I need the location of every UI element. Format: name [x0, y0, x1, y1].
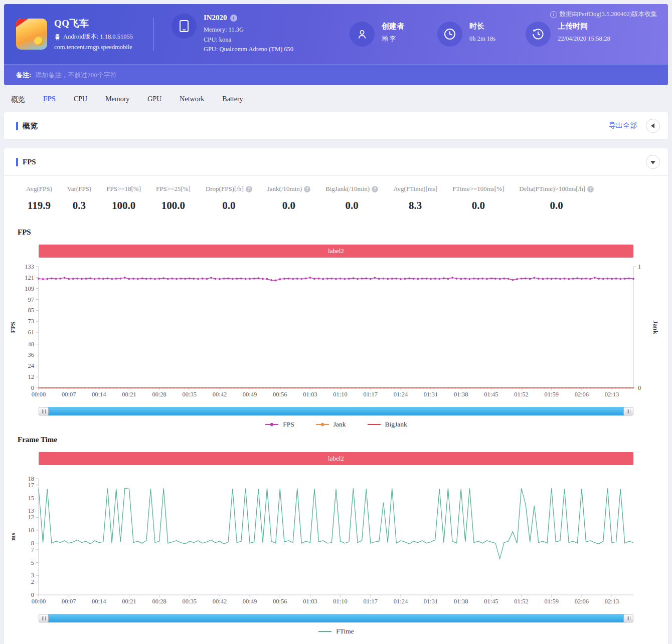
series-FPS-point	[275, 280, 277, 282]
x-tick-label: 00:21	[122, 598, 136, 605]
stat-label: Var(FPS)	[67, 185, 91, 193]
scrollbar-track[interactable]	[48, 407, 624, 415]
series-FPS-point	[611, 278, 613, 280]
x-tick-label: 00:14	[92, 598, 106, 605]
device-gpu: GPU: Qualcomm Adreno (TM) 650	[204, 45, 293, 54]
report-header: i 数据由PerfDog(3.5.200402)版本收集 QQ飞车 Androi…	[4, 4, 668, 64]
series-FPS-point	[421, 278, 423, 280]
series-FPS-point	[434, 278, 436, 280]
legend-item-BigJank[interactable]: BigJank	[367, 420, 407, 428]
scrollbar-right-handle[interactable]	[623, 407, 633, 415]
legend-item-Jank[interactable]: Jank	[315, 420, 346, 428]
upload-label: 上传时间	[558, 22, 610, 31]
scrollbar-track[interactable]	[48, 614, 624, 622]
series-FPS-point	[180, 278, 182, 280]
remark-input[interactable]	[35, 71, 286, 79]
stat-value: 0.0	[325, 198, 378, 213]
series-FPS-point	[447, 278, 449, 280]
help-icon[interactable]: ?	[246, 186, 252, 192]
scrollbar-left-handle[interactable]	[39, 614, 49, 622]
help-icon[interactable]: ?	[304, 186, 310, 192]
series-FPS-point	[357, 278, 359, 280]
x-tick-label: 00:42	[213, 391, 227, 398]
series-FPS-point	[365, 278, 367, 280]
series-FPS-point	[598, 278, 600, 280]
android-version: Android版本: 1.18.0.51055	[63, 33, 133, 41]
tab-overview[interactable]: 概览	[11, 95, 25, 104]
clock-icon	[437, 22, 462, 47]
ftime-chart-svg[interactable]: 02357810121315171800:0000:0700:1400:2100…	[4, 466, 668, 608]
series-FPS-point	[521, 278, 523, 280]
series-FPS-point	[38, 278, 40, 280]
y-tick-label: 2	[31, 578, 34, 585]
export-all-link[interactable]: 导出全部	[609, 121, 637, 130]
series-FPS-point	[486, 278, 488, 280]
series-FPS-point	[589, 278, 591, 280]
series-FPS-point	[64, 277, 66, 279]
legend-label: Jank	[333, 420, 346, 428]
series-FPS-point	[137, 278, 139, 280]
series-FPS-point	[46, 278, 48, 280]
series-FPS-point	[171, 278, 173, 280]
stat-Var(FPS): Var(FPS)0.3	[67, 185, 91, 213]
series-FPS-point	[309, 277, 311, 279]
scrollbar-left-handle[interactable]	[39, 407, 49, 415]
y-tick-label: 7	[31, 546, 34, 553]
x-tick-label: 01:31	[424, 598, 438, 605]
section-accent-bar	[16, 158, 18, 166]
stat-value: 0.0	[267, 198, 310, 213]
scrollbar-right-handle[interactable]	[623, 614, 633, 622]
x-tick-label: 02:13	[605, 391, 619, 398]
y-tick-label: 36	[28, 351, 35, 358]
series-FPS-point	[430, 278, 432, 280]
tab-battery[interactable]: Battery	[222, 95, 243, 104]
x-tick-label: 01:10	[333, 598, 347, 605]
series-FPS-point	[197, 278, 199, 280]
tab-network[interactable]: Network	[180, 95, 204, 104]
duration-value: 0h 2m 18s	[469, 34, 495, 44]
series-FPS-point	[602, 278, 604, 280]
ftime-chart-label-banner: label2	[39, 452, 633, 465]
stat-value: 0.3	[67, 198, 91, 213]
series-FPS-point	[318, 278, 320, 280]
device-block: IN2020 i Memory: 11.3G CPU: kona GPU: Qu…	[172, 14, 293, 54]
series-FPS-point	[85, 278, 87, 280]
series-FPS-point	[59, 278, 61, 280]
fps-chart[interactable]: 012243648617385971091211330100:0000:0700…	[4, 259, 668, 403]
series-FPS-point	[300, 278, 302, 280]
tab-cpu[interactable]: CPU	[74, 95, 87, 104]
overview-collapse-button[interactable]	[646, 119, 660, 133]
tab-fps[interactable]: FPS	[43, 95, 56, 104]
series-FPS-point	[417, 278, 419, 280]
series-FPS-point	[132, 278, 134, 280]
legend-item-FTime[interactable]: FTime	[318, 627, 354, 635]
series-FPS-point	[499, 278, 501, 280]
legend-item-FPS[interactable]: FPS	[265, 420, 294, 428]
tab-gpu[interactable]: GPU	[147, 95, 161, 104]
device-name: IN2020	[204, 14, 227, 22]
phone-icon	[172, 14, 197, 39]
fps-stats-row: Avg(FPS)119.9Var(FPS)0.3FPS>=18[%]100.0F…	[4, 176, 668, 221]
fps-chart-svg[interactable]: 012243648617385971091211330100:0000:0700…	[4, 259, 668, 401]
y-tick-label: 0	[31, 591, 34, 598]
series-FPS-point	[81, 278, 83, 280]
fps-collapse-button[interactable]	[646, 155, 660, 169]
series-FPS-point	[223, 278, 225, 280]
y-tick-label: 73	[28, 318, 35, 325]
device-info-icon[interactable]: i	[230, 15, 237, 22]
help-icon[interactable]: ?	[587, 186, 594, 192]
ftime-chart[interactable]: 02357810121315171800:0000:0700:1400:2100…	[4, 466, 668, 610]
series-FPS-point	[76, 278, 78, 280]
stat-label: FPS>=18[%]	[106, 185, 141, 193]
series-FPS-point	[253, 278, 255, 280]
x-tick-label: 02:13	[605, 598, 619, 605]
overview-title: 概览	[23, 121, 38, 131]
stat-label: FPS>=25[%]	[156, 185, 191, 193]
series-FPS-point	[533, 277, 535, 279]
y-tick-label: 12	[28, 373, 35, 380]
series-FPS-point	[340, 278, 342, 280]
stat-FPS>=25[%]: FPS>=25[%]100.0	[156, 185, 191, 213]
tab-memory[interactable]: Memory	[105, 95, 129, 104]
help-icon[interactable]: ?	[372, 186, 378, 192]
stat-label: FTime>=100ms[%]	[452, 185, 504, 193]
